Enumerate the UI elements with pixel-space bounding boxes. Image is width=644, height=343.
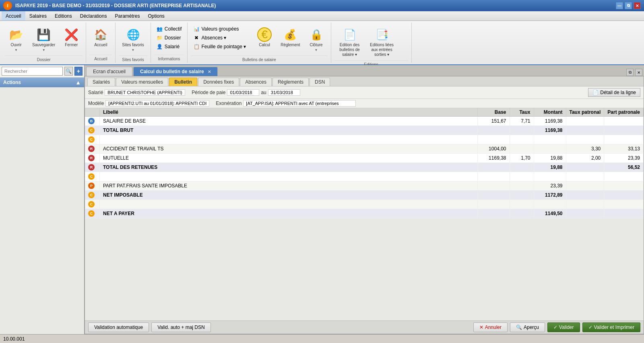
menu-item-options[interactable]: Options: [144, 11, 168, 21]
col-libelle: Libellé: [100, 108, 478, 117]
table-row[interactable]: R TOTAL DES RETENUES 19,88 56,52: [85, 163, 644, 172]
menu-item-accueil[interactable]: Accueil: [2, 11, 25, 21]
ribbon-btn-feuille-pointage[interactable]: 📋 Feuille de pointage ▾: [191, 43, 248, 51]
valider-imprimer-button[interactable]: ✓ Valider et Imprimer: [582, 322, 640, 332]
dossier-info-label: Dossier: [165, 35, 181, 41]
sauvegarder-icon: 💾: [36, 27, 52, 43]
row-libelle: [100, 135, 478, 144]
table-row[interactable]: R MUTUELLE 1169,38 1,70 19,88 2,00 23,39: [85, 154, 644, 163]
row-base: [477, 135, 510, 144]
sub-tab-reglements[interactable]: Règlements: [272, 78, 309, 86]
sub-tab-dsn[interactable]: DSN: [310, 78, 330, 86]
row-icon-cell: R: [85, 154, 100, 163]
row-base: 1169,38: [477, 154, 510, 163]
sub-tab-absences-label: Absences: [245, 79, 266, 85]
ribbon-btn-collectif[interactable]: 👥 Collectif: [154, 25, 184, 33]
ouvrir-label: Ouvrir▼: [10, 43, 21, 52]
sub-tab-donnees-fixes[interactable]: Données fixes: [198, 78, 239, 86]
row-type-icon: R: [88, 146, 95, 152]
table-row[interactable]: R ACCIDENT DE TRAVAIL TS 1004,00 3,30 33…: [85, 144, 644, 154]
detail-ligne-button[interactable]: 📄 Détail de la ligne: [588, 88, 640, 97]
periode-field: Période de paie 01/03/2018 au 31/03/2018: [192, 89, 300, 96]
row-libelle: [100, 200, 478, 209]
editions-liees-label: Editions liées aux entrées sorties ▾: [370, 43, 394, 57]
row-taux-patronal: [566, 181, 604, 191]
tab-bulletin-close-icon[interactable]: ✕: [208, 70, 211, 74]
table-row[interactable]: C: [85, 172, 644, 181]
valider-icon: ✓: [553, 325, 557, 330]
sub-tab-reglements-label: Règlements: [278, 79, 303, 85]
table-row[interactable]: P PART PAT.FRAIS SANTE IMPOSABLE 23,39: [85, 181, 644, 191]
fermer-icon: ❌: [63, 27, 79, 43]
menu-item-editions[interactable]: Editions: [51, 11, 76, 21]
row-base: [477, 200, 510, 209]
row-montant: 1149,50: [534, 209, 566, 218]
row-part-patronale: [604, 172, 644, 181]
ribbon-btn-absences[interactable]: ✖ Absences ▾: [191, 34, 248, 42]
ribbon-btn-edition-bulletins[interactable]: 📄 Edition des bulletins de salaire ▾: [334, 24, 365, 60]
tab-close-all-button[interactable]: ✕: [635, 69, 642, 76]
apercu-button[interactable]: 🔍 Aperçu: [510, 322, 545, 332]
add-button[interactable]: +: [74, 67, 83, 76]
table-row[interactable]: C: [85, 200, 644, 209]
row-base: [477, 172, 510, 181]
actions-label: Actions: [3, 80, 21, 85]
actions-collapse-icon[interactable]: ▲: [75, 79, 81, 86]
ribbon-btn-valeurs-groupees[interactable]: 📊 Valeurs groupées: [191, 25, 248, 33]
tab-accueil-label: Ecran d'accueil: [93, 69, 126, 74]
ribbon-btn-dossier-info[interactable]: 📁 Dossier: [154, 34, 184, 42]
row-base: [477, 209, 510, 218]
ribbon-btn-ouvrir[interactable]: 📂 Ouvrir▼: [5, 24, 27, 55]
content-panel: Salariés Valeurs mensuelles Bulletin Don…: [85, 76, 644, 334]
minimize-button[interactable]: —: [616, 2, 623, 9]
table-row[interactable]: C NET A PAYER 1149,50: [85, 209, 644, 218]
actions-header[interactable]: Actions ▲: [0, 78, 84, 87]
absences-icon: ✖: [193, 35, 200, 41]
app-title: ISAPAYE 2019 - BASE DEMO - 31/03/2019 - …: [15, 3, 616, 8]
table-row[interactable]: B SALAIRE DE BASE 151,67 7,71 1169,38: [85, 117, 644, 126]
ribbon-btn-calcul[interactable]: € Calcul: [253, 24, 276, 50]
app-logo: I: [3, 1, 12, 10]
menu-item-declarations[interactable]: Déclarations: [76, 11, 111, 21]
close-button[interactable]: ✕: [634, 2, 641, 9]
tab-restore-button[interactable]: ⧉: [626, 69, 634, 76]
editions-liees-icon: 📑: [374, 27, 390, 43]
sub-tab-valeurs-mensuelles[interactable]: Valeurs mensuelles: [116, 78, 168, 86]
title-bar: I ISAPAYE 2019 - BASE DEMO - 31/03/2019 …: [0, 0, 644, 11]
ribbon-btn-editions-liees[interactable]: 📑 Editions liées aux entrées sorties ▾: [367, 24, 397, 60]
ribbon-btn-sites[interactable]: 🌐 Sites favoris▼: [119, 24, 147, 55]
ribbon-btn-accueil[interactable]: 🏠 Accueil: [89, 24, 112, 50]
restore-button[interactable]: ⧉: [625, 2, 632, 9]
tab-accueil[interactable]: Ecran d'accueil: [86, 67, 132, 76]
search-input[interactable]: [2, 67, 63, 76]
table-row[interactable]: C TOTAL BRUT 1169,38: [85, 126, 644, 135]
ribbon-btn-sauvegarder[interactable]: 💾 Sauvegarder▼: [29, 24, 58, 55]
edition-bulletins-icon: 📄: [342, 27, 358, 43]
ribbon-btn-salarie-info[interactable]: 👤 Salarié: [154, 43, 184, 51]
ribbon-btn-reglement[interactable]: 💰 Règlement: [277, 24, 303, 50]
search-button[interactable]: 🔍: [64, 67, 73, 76]
ribbon-btn-fermer[interactable]: ❌ Fermer: [60, 24, 83, 50]
table-row[interactable]: C NET IMPOSABLE 1172,89: [85, 191, 644, 200]
row-montant: 1172,89: [534, 191, 566, 200]
annuler-button[interactable]: ✕ Annuler: [473, 322, 508, 332]
apercu-icon: 🔍: [516, 325, 522, 330]
valid-maj-dsn-button[interactable]: Valid. auto + maj DSN: [151, 322, 211, 332]
apercu-label: Aperçu: [524, 325, 539, 330]
table-header-row: Libellé Base Taux Montant Taux patronal …: [85, 108, 644, 117]
row-libelle: ACCIDENT DE TRAVAIL TS: [100, 144, 478, 154]
menu-item-parametres[interactable]: Paramètres: [111, 11, 144, 21]
valider-button[interactable]: ✓ Valider: [547, 322, 580, 332]
tab-bulletin[interactable]: Calcul du bulletin de salaire ✕: [133, 67, 218, 76]
sub-tab-absences[interactable]: Absences: [240, 78, 272, 86]
sub-tab-donnees-label: Données fixes: [203, 79, 234, 85]
menu-item-salaires[interactable]: Salaires: [25, 11, 51, 21]
ribbon-btn-cloture[interactable]: 🔒 Clôture▼: [305, 24, 328, 55]
collectif-icon: 👥: [157, 26, 163, 32]
row-montant: [534, 135, 566, 144]
sub-tab-bulletin[interactable]: Bulletin: [169, 78, 197, 86]
table-row[interactable]: C: [85, 135, 644, 144]
validation-auto-button[interactable]: Validation automatique: [88, 322, 149, 332]
sub-tab-salaries[interactable]: Salariés: [87, 78, 115, 86]
row-part-patronale: [604, 135, 644, 144]
